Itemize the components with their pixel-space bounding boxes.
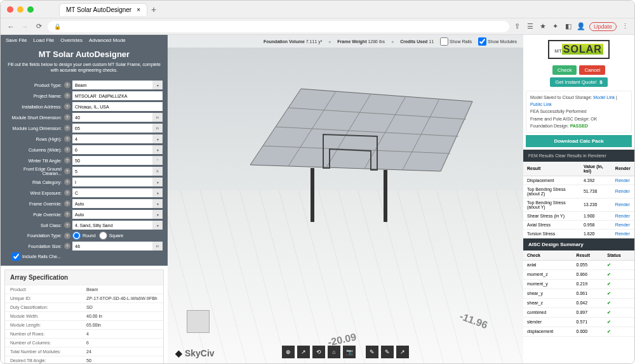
left-sidebar: Save FileLoad FileOverridesAdvanced Mode… xyxy=(1,35,168,364)
render-link[interactable]: Render xyxy=(612,211,634,220)
quote-button[interactable]: Get Instant Quote! $ xyxy=(550,77,607,87)
dropdown-icon[interactable]: ▾ xyxy=(152,199,163,208)
show-modules-toggle[interactable]: Show Modules xyxy=(478,37,517,46)
dropdown-icon[interactable]: ▾ xyxy=(152,210,163,219)
menu-load-file[interactable]: Load File xyxy=(33,37,54,43)
reload-button[interactable]: ⟳ xyxy=(34,22,44,30)
browser-tab[interactable]: MT Solar AutoDesigner × xyxy=(59,3,147,16)
viewport-canvas[interactable]: -20.09 -11.96 ◆ SkyCiv ⊕↗⟲⌂📷✎✎↗ xyxy=(168,48,523,364)
help-icon[interactable]: ? xyxy=(64,233,70,239)
input-frontedgegroundclearan[interactable] xyxy=(72,167,152,176)
help-icon[interactable]: ? xyxy=(64,211,70,218)
radio-round[interactable]: Round xyxy=(72,231,96,240)
help-icon[interactable]: ? xyxy=(64,146,70,153)
viewport-tool-8[interactable]: ↗ xyxy=(396,346,409,358)
back-button[interactable]: ← xyxy=(6,23,16,30)
input-columnswide[interactable] xyxy=(72,145,152,154)
input-wintertiltangle[interactable] xyxy=(72,156,152,165)
viewport-tool-3[interactable]: ⌂ xyxy=(328,346,340,358)
menu-advanced-mode[interactable]: Advanced Mode xyxy=(89,37,126,43)
view-cube[interactable] xyxy=(187,310,210,333)
viewport-tool-6[interactable]: ✎ xyxy=(366,346,378,358)
help-icon[interactable]: ? xyxy=(64,125,70,131)
input-rowshigh[interactable] xyxy=(72,134,152,143)
render-link[interactable]: Render xyxy=(612,198,634,211)
help-icon[interactable]: ? xyxy=(64,82,70,88)
input-foundationsize[interactable] xyxy=(72,242,152,250)
minimize-window-icon[interactable] xyxy=(17,6,23,13)
help-icon[interactable]: ? xyxy=(64,93,70,99)
dropdown-icon[interactable]: ▾ xyxy=(152,145,163,154)
input-modulelongdimension[interactable] xyxy=(72,124,152,133)
input-riskcategory[interactable] xyxy=(72,178,152,186)
viewport-3d[interactable]: Foundation Volume 7.111 y³ ● Frame Weigh… xyxy=(168,35,523,364)
bookmark-icon[interactable]: ★ xyxy=(538,22,547,30)
unit-label: in xyxy=(152,242,163,250)
blocker-icon[interactable]: ◧ xyxy=(564,22,573,30)
dropdown-icon[interactable]: ▾ xyxy=(152,188,163,197)
viewport-tool-4[interactable]: 📷 xyxy=(343,346,356,358)
help-icon[interactable]: ? xyxy=(64,103,70,110)
help-icon[interactable]: ? xyxy=(64,243,70,249)
help-icon[interactable]: ? xyxy=(64,222,70,228)
menu-overrides[interactable]: Overrides xyxy=(60,37,83,43)
dropdown-icon[interactable]: ▾ xyxy=(152,134,163,143)
viewport-tool-2[interactable]: ⟲ xyxy=(312,346,325,358)
render-link[interactable]: Render xyxy=(612,220,634,229)
fv-label: Foundation Volume xyxy=(264,39,305,44)
input-soilclass[interactable] xyxy=(72,221,152,230)
forward-button[interactable]: → xyxy=(20,23,30,30)
spec-row: Module Length:65.00in xyxy=(5,320,163,329)
cancel-button[interactable]: Cancel xyxy=(579,65,605,75)
avatar-icon[interactable]: 👤 xyxy=(577,22,585,30)
close-window-icon[interactable] xyxy=(7,6,13,13)
input-moduleshortdimension[interactable] xyxy=(72,113,152,122)
viewport-tool-7[interactable]: ✎ xyxy=(381,346,394,358)
url-field[interactable]: 🔒 xyxy=(48,21,509,32)
field-label: Rows (High): xyxy=(6,137,64,141)
show-rails-toggle[interactable]: Show Rails xyxy=(440,37,472,46)
link-model-link[interactable]: Model Link xyxy=(593,95,615,100)
table-row: Axial Stress0.958Render xyxy=(523,220,634,229)
menu-icon[interactable]: ⋮ xyxy=(620,22,629,30)
close-tab-icon[interactable]: × xyxy=(137,6,140,13)
help-icon[interactable]: ? xyxy=(64,179,70,185)
check-button[interactable]: Check xyxy=(552,65,577,75)
input-windexposure[interactable] xyxy=(72,188,152,197)
include-rails-checkbox[interactable]: Include Rails Che... xyxy=(6,252,163,261)
render-link[interactable]: Render xyxy=(612,229,634,238)
input-poleoverride[interactable] xyxy=(72,210,152,219)
right-sidebar: MTSOLAR Check Cancel Get Instant Quote! … xyxy=(523,35,634,364)
input-projectname[interactable] xyxy=(72,91,163,100)
spec-row: Module Width:40.00 in xyxy=(5,311,163,320)
traffic-lights xyxy=(7,6,34,13)
help-icon[interactable]: ? xyxy=(64,157,70,164)
extension-icon[interactable]: ☰ xyxy=(526,22,535,30)
help-icon[interactable]: ? xyxy=(64,200,70,207)
help-icon[interactable]: ? xyxy=(64,190,70,196)
render-link[interactable]: Render xyxy=(612,185,634,198)
menu-save-file[interactable]: Save File xyxy=(6,37,27,43)
dropdown-icon[interactable]: ▾ xyxy=(152,221,163,230)
help-icon[interactable]: ? xyxy=(64,136,70,142)
maximize-window-icon[interactable] xyxy=(27,6,34,13)
input-producttype[interactable] xyxy=(72,81,152,89)
render-link[interactable]: Render xyxy=(612,176,634,185)
new-tab-button[interactable]: + xyxy=(151,4,156,15)
input-frameoverride[interactable] xyxy=(72,199,152,208)
aisc-summary-header: AISC Design Summary xyxy=(523,238,634,250)
share-icon[interactable]: ⇪ xyxy=(513,22,522,30)
puzzle-icon[interactable]: ✦ xyxy=(551,22,560,30)
update-button[interactable]: Update xyxy=(589,22,617,31)
viewport-tool-5[interactable] xyxy=(358,346,363,358)
input-installationaddress[interactable] xyxy=(72,102,163,111)
help-icon[interactable]: ? xyxy=(64,168,70,174)
link-public-link[interactable]: Public Link xyxy=(530,102,552,107)
download-calc-button[interactable]: Download Calc Pack xyxy=(526,135,632,147)
viewport-tool-1[interactable]: ↗ xyxy=(297,346,310,358)
viewport-tool-0[interactable]: ⊕ xyxy=(282,346,295,358)
help-icon[interactable]: ? xyxy=(64,114,70,120)
radio-square[interactable]: Square xyxy=(99,231,124,240)
dropdown-icon[interactable]: ▾ xyxy=(152,81,163,89)
dropdown-icon[interactable]: ▾ xyxy=(152,178,163,186)
